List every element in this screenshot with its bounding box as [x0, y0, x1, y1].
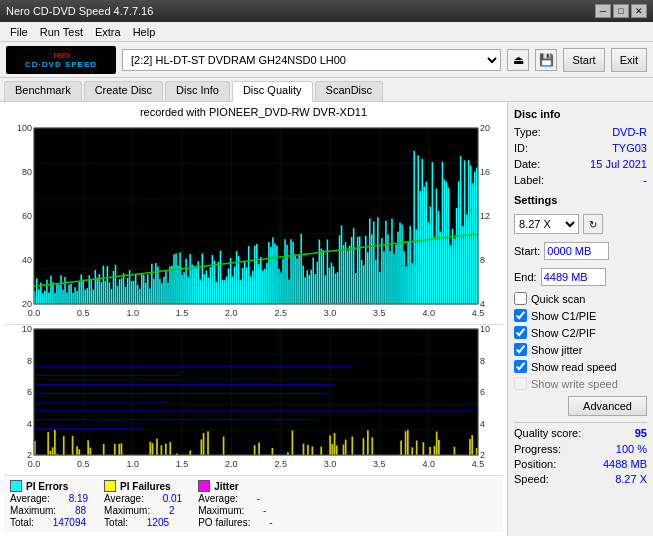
settings-title: Settings	[514, 194, 647, 206]
progress-section: Progress: 100 % Position: 4488 MB Speed:…	[514, 443, 647, 485]
jitter-label: Jitter	[198, 480, 272, 492]
pi-failures-color	[104, 480, 116, 492]
tab-disc-quality[interactable]: Disc Quality	[232, 81, 313, 102]
bottom-chart	[4, 324, 503, 475]
refresh-icon[interactable]: ↻	[583, 214, 603, 234]
show-c2pif-checkbox[interactable]	[514, 326, 527, 339]
show-c2pif-row[interactable]: Show C2/PIF	[514, 326, 647, 339]
chart-title: recorded with PIONEER_DVD-RW DVR-XD11	[4, 106, 503, 118]
main-content: recorded with PIONEER_DVD-RW DVR-XD11 PI…	[0, 102, 653, 536]
start-row: Start:	[514, 242, 647, 260]
sidebar: Disc info Type: DVD-R ID: TYG03 Date: 15…	[508, 102, 653, 536]
drive-select[interactable]: [2:2] HL-DT-ST DVDRAM GH24NSD0 LH00	[122, 49, 501, 71]
start-button[interactable]: Start	[563, 48, 604, 72]
toolbar: nero CD·DVD SPEED [2:2] HL-DT-ST DVDRAM …	[0, 42, 653, 78]
pi-errors-label: PI Errors	[10, 480, 88, 492]
jitter-max: Maximum: -	[198, 505, 272, 516]
bottom-chart-canvas	[4, 325, 503, 475]
show-jitter-checkbox[interactable]	[514, 343, 527, 356]
tabs: Benchmark Create Disc Disc Info Disc Qua…	[0, 78, 653, 102]
pi-errors-stats: PI Errors Average: 8.19 Maximum: 88 Tota…	[10, 480, 88, 528]
jitter-stats: Jitter Average: - Maximum: - PO failures…	[198, 480, 272, 528]
exit-button[interactable]: Exit	[611, 48, 647, 72]
progress-row: Progress: 100 %	[514, 443, 647, 455]
start-input[interactable]	[544, 242, 609, 260]
position-row: Position: 4488 MB	[514, 458, 647, 470]
show-read-speed-checkbox[interactable]	[514, 360, 527, 373]
type-row: Type: DVD-R	[514, 126, 647, 138]
pi-errors-color	[10, 480, 22, 492]
tab-scan-disc[interactable]: ScanDisc	[315, 81, 383, 101]
window-title: Nero CD-DVD Speed 4.7.7.16	[6, 5, 153, 17]
chart-area: recorded with PIONEER_DVD-RW DVR-XD11 PI…	[0, 102, 508, 536]
top-chart-canvas	[4, 120, 503, 324]
speed-row: 8.27 X ↻	[514, 214, 647, 234]
close-button[interactable]: ✕	[631, 4, 647, 18]
show-c1pie-checkbox[interactable]	[514, 309, 527, 322]
quick-scan-checkbox[interactable]	[514, 292, 527, 305]
menu-run-test[interactable]: Run Test	[34, 24, 89, 40]
advanced-button[interactable]: Advanced	[568, 396, 647, 416]
label-row: Label: -	[514, 174, 647, 186]
date-row: Date: 15 Jul 2021	[514, 158, 647, 170]
menu-extra[interactable]: Extra	[89, 24, 127, 40]
pi-failures-average: Average: 0.01	[104, 493, 182, 504]
window-controls[interactable]: ─ □ ✕	[595, 4, 647, 18]
pi-failures-label: PI Failures	[104, 480, 182, 492]
show-jitter-row[interactable]: Show jitter	[514, 343, 647, 356]
nero-logo: nero CD·DVD SPEED	[6, 46, 116, 74]
menu-bar: File Run Test Extra Help	[0, 22, 653, 42]
pi-failures-stats: PI Failures Average: 0.01 Maximum: 2 Tot…	[104, 480, 182, 528]
menu-help[interactable]: Help	[127, 24, 162, 40]
jitter-color	[198, 480, 210, 492]
show-read-speed-row[interactable]: Show read speed	[514, 360, 647, 373]
tab-create-disc[interactable]: Create Disc	[84, 81, 163, 101]
eject-icon[interactable]: ⏏	[507, 49, 529, 71]
end-input[interactable]	[541, 268, 606, 286]
speed-select[interactable]: 8.27 X	[514, 214, 579, 234]
jitter-average: Average: -	[198, 493, 272, 504]
id-row: ID: TYG03	[514, 142, 647, 154]
tab-disc-info[interactable]: Disc Info	[165, 81, 230, 101]
show-write-speed-row[interactable]: Show write speed	[514, 377, 647, 390]
pi-failures-max: Maximum: 2	[104, 505, 182, 516]
minimize-button[interactable]: ─	[595, 4, 611, 18]
maximize-button[interactable]: □	[613, 4, 629, 18]
pi-failures-total: Total: 1205	[104, 517, 182, 528]
quality-score-row: Quality score: 95	[514, 422, 647, 439]
show-write-speed-checkbox	[514, 377, 527, 390]
pi-errors-max: Maximum: 88	[10, 505, 88, 516]
title-bar: Nero CD-DVD Speed 4.7.7.16 ─ □ ✕	[0, 0, 653, 22]
menu-file[interactable]: File	[4, 24, 34, 40]
tab-benchmark[interactable]: Benchmark	[4, 81, 82, 101]
disc-info-title: Disc info	[514, 108, 647, 120]
quick-scan-row[interactable]: Quick scan	[514, 292, 647, 305]
show-c1pie-row[interactable]: Show C1/PIE	[514, 309, 647, 322]
charts-wrapper	[4, 120, 503, 475]
po-failures: PO failures: -	[198, 517, 272, 528]
stats-row: PI Errors Average: 8.19 Maximum: 88 Tota…	[4, 475, 503, 532]
pi-errors-average: Average: 8.19	[10, 493, 88, 504]
top-chart	[4, 120, 503, 324]
end-row: End:	[514, 268, 647, 286]
save-icon[interactable]: 💾	[535, 49, 557, 71]
pi-errors-total: Total: 147094	[10, 517, 88, 528]
speed-row-progress: Speed: 8.27 X	[514, 473, 647, 485]
